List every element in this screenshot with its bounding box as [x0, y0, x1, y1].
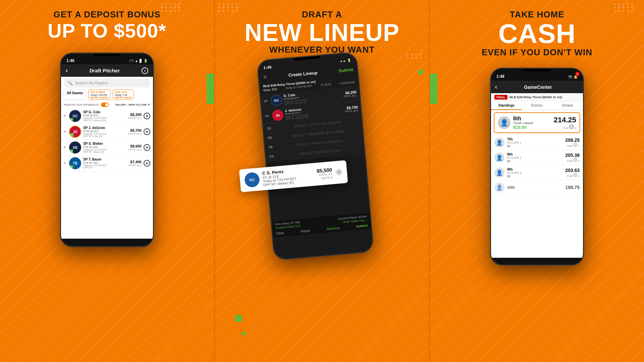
- player-avatar: GC P: [69, 110, 81, 122]
- contest-timer: 07:28:16: [321, 83, 331, 87]
- gc-header: ‹ GameCenter: [491, 81, 583, 93]
- battery-icon-2: 🔋: [347, 58, 351, 62]
- tab-entries[interactable]: Entries: [522, 102, 552, 110]
- tab-oak[interactable]: OAK @ B Today, 7:10 DEPTH CHARS: [113, 89, 134, 100]
- cl-title: Create Lineup: [288, 70, 318, 78]
- tab1-time: Today, 7:05 PM: [90, 94, 107, 96]
- player-time: Today at 7:05 PM EDT: [83, 117, 126, 119]
- player-list-1: P GC P SP G. Cole NYM @ NYY Today at 7:0…: [61, 108, 153, 171]
- player-badge-p: P: [70, 133, 74, 137]
- s-team-badge: PHR 0: [565, 143, 580, 147]
- add-player-button[interactable]: +: [144, 160, 150, 167]
- player-badge-p: P: [69, 165, 73, 169]
- player-row[interactable]: P JD P SP J. deGrom NYM @ NYY Today at 7…: [61, 124, 153, 140]
- my-lineup-row[interactable]: 👤 6th YOUR LINEUP $15.00 214.25 PHR 0: [494, 112, 580, 133]
- submit-button[interactable]: Submit: [338, 67, 353, 73]
- final-badge: FINAL: [494, 95, 507, 100]
- player-row[interactable]: P TB P SP T. Bauer CLE @ LAD Today at 7:…: [61, 156, 153, 171]
- badge-count: 2: [575, 72, 580, 76]
- slot-pos: 2B: [267, 135, 278, 140]
- signal-icon: ▊: [140, 59, 142, 63]
- player-opp: OPP SP | Cole (R): [83, 135, 126, 137]
- footer-submit-button[interactable]: Submit: [356, 224, 368, 228]
- s-rank: 7th: [507, 137, 562, 141]
- import-button[interactable]: Import: [301, 229, 310, 233]
- time-1: 1:46: [66, 58, 74, 63]
- add-player-button[interactable]: +: [144, 144, 150, 151]
- tab-all-games[interactable]: All Games: [64, 89, 86, 100]
- panel1-headline-main: UP TO $500*: [48, 21, 166, 41]
- player-fppg: FPPG 20.5: [128, 132, 142, 135]
- fc-team-logo: KC: [244, 172, 260, 188]
- my-score: 214.25: [554, 116, 576, 124]
- player-info: SP J. deGrom NYM @ NYY Today at 7:05 PM …: [83, 126, 126, 137]
- my-label: YOUR LINEUP: [513, 122, 551, 125]
- app-header-1: ‹ Draft Pitcher i: [61, 64, 153, 77]
- standings-row[interactable]: 👤 10th 199.75: [491, 180, 583, 195]
- clear-button[interactable]: Clear: [276, 231, 284, 235]
- phone-1: 1:46 📳 ▲ ▊ 🔋 ‹ Draft Pitcher i: [60, 53, 154, 247]
- search-bar-1[interactable]: 🔍 Search All Players: [64, 79, 150, 87]
- standings-row[interactable]: 👤 7th PLAYER 1 $0 208.25 PHR 0: [491, 135, 583, 150]
- tab-details[interactable]: Details: [552, 102, 583, 110]
- panel2-headline-sub: WHENEVER YOU WANT: [269, 45, 375, 55]
- player-pos: P: [64, 162, 67, 165]
- player-info: SP S. Bieber CLE @ LAD Today at 7:05 PM …: [83, 142, 126, 153]
- s-name: PLAYER 3: [507, 171, 562, 175]
- s-score: 199.75: [565, 185, 580, 190]
- standings-row[interactable]: 👤 9th PLAYER 3 $0 203.63 PHR 0: [491, 165, 583, 180]
- player-name: SP S. Bieber: [83, 142, 126, 145]
- green-bar-left: [430, 74, 437, 104]
- player-team: NYM @ NYY: [83, 114, 126, 117]
- player-time: Today at 7:05 PM EDT: [83, 133, 126, 135]
- slot-pos: 3B: [268, 145, 279, 149]
- player-opp: OPP SP | deGrom (R): [83, 119, 126, 122]
- panel-1: GET A DEPOSIT BONUS UP TO $500* 1:46 📳 ▲…: [0, 0, 214, 362]
- player-avatar: TB P: [69, 157, 81, 169]
- s-avatar: 👤: [494, 182, 504, 192]
- search-placeholder-1: Search All Players: [75, 81, 107, 85]
- green-accent-bar: [207, 74, 214, 104]
- add-player-button[interactable]: +: [144, 128, 150, 135]
- player-row[interactable]: P GC P SP G. Cole NYM @ NYY Today at 7:0…: [61, 108, 153, 124]
- s-score: 205.38: [565, 153, 580, 158]
- player-name: SP T. Bauer: [83, 158, 126, 161]
- screen-title-1: Draft Pitcher: [68, 68, 142, 73]
- toggle-non-probables[interactable]: [101, 103, 109, 107]
- s-score: 203.63: [565, 168, 580, 173]
- camera-icon: 📷: [568, 75, 572, 78]
- player-team: CLE @ LAD: [83, 161, 126, 164]
- my-rank: 6th: [513, 116, 551, 122]
- add-player-button[interactable]: +: [144, 113, 150, 119]
- s-rank: 8th: [507, 152, 562, 156]
- s-prize: $0: [507, 175, 562, 178]
- phone-2-wrap: 1:46 ▲▲ 🔋 ✕ Create Lineup Submit MLB $1M…: [257, 52, 374, 261]
- deco-square-3: [242, 332, 245, 335]
- player-name: SP J. deGrom: [83, 126, 126, 130]
- tab2-time: Today, 7:10: [115, 94, 127, 96]
- s-rank: 10th: [507, 185, 562, 189]
- contest-name-3: MLB $1M Relay Throw [$200K to 1st]: [509, 96, 562, 99]
- tab-standings[interactable]: Standings: [491, 102, 522, 110]
- player-row[interactable]: P SB P SP S. Bieber CLE @ LAD Today at 7…: [61, 140, 153, 156]
- standings-row[interactable]: 👤 8th PLAYER 2 $0 205.38 PHR 0: [491, 150, 583, 165]
- tab1-label: PHI @ WAS: [90, 90, 105, 94]
- reserve-button[interactable]: Reserve: [327, 226, 339, 231]
- player-opp: OPP SP |: [83, 167, 126, 169]
- fc-close-button[interactable]: ✕: [335, 169, 343, 176]
- filter-label: REMOVE NON PROBABLES: [64, 103, 99, 106]
- info-button-1[interactable]: i: [142, 67, 148, 74]
- lineup-area: SP GC G. Cole NYM @ NYY Today at 7:05 PM…: [260, 86, 370, 221]
- close-icon[interactable]: ✕: [263, 74, 268, 81]
- contest-entries: 4,428/16,666: [339, 81, 355, 85]
- search-icon-1: 🔍: [68, 81, 73, 85]
- s-rank: 9th: [507, 167, 562, 171]
- tab-phi-was[interactable]: PHI @ WAS Today, 7:05 PM DEPTH CHARTS: [88, 89, 111, 100]
- s-team-badge: PHR 0: [565, 158, 580, 163]
- s-team-badge: PHR 0: [565, 173, 580, 178]
- salary-filter[interactable]: SALARY - HIGH TO LOW ▼: [115, 103, 150, 106]
- entry-fee: Entry: $15: [263, 87, 277, 92]
- s-info: 8th PLAYER 2 $0: [507, 152, 562, 163]
- vibrate-icon: 📳: [129, 59, 133, 63]
- s-prize: $0: [507, 160, 562, 163]
